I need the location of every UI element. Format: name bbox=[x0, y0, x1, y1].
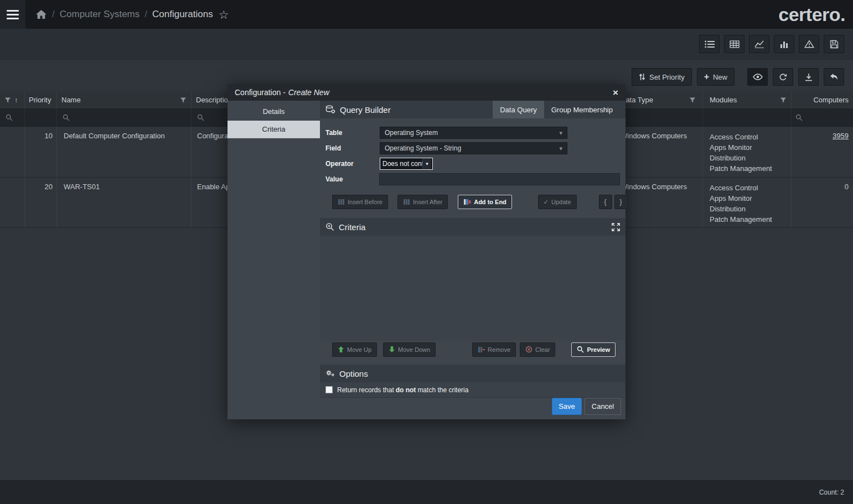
save-view-button[interactable] bbox=[824, 35, 844, 53]
close-brace-button[interactable]: } bbox=[614, 195, 628, 209]
save-icon bbox=[830, 40, 839, 49]
update-button[interactable]: ✓ Update bbox=[538, 195, 577, 209]
chevron-down-icon: ▾ bbox=[559, 145, 562, 152]
criteria-title: Criteria bbox=[339, 222, 365, 232]
warning-triangle-icon bbox=[804, 40, 814, 48]
tab-data-query[interactable]: Data Query bbox=[493, 101, 544, 118]
tab-group-membership[interactable]: Group Membership bbox=[544, 101, 620, 118]
open-brace-button[interactable]: { bbox=[599, 195, 612, 209]
filter-cell[interactable] bbox=[0, 109, 25, 126]
favorite-star-icon[interactable]: ☆ bbox=[219, 9, 229, 20]
cell-computers: 0 bbox=[792, 178, 853, 227]
gears-icon bbox=[325, 370, 335, 377]
filter-icon[interactable] bbox=[780, 97, 787, 103]
column-header-computers[interactable]: Computers bbox=[792, 91, 853, 108]
remove-button[interactable]: Remove bbox=[472, 342, 516, 357]
dialog-title-bar: Configuration -Create New × bbox=[228, 84, 625, 101]
sort-ascending-icon[interactable]: ↑ bbox=[14, 96, 18, 104]
filter-icon[interactable] bbox=[4, 97, 11, 103]
table-view-icon bbox=[730, 40, 740, 48]
table-view-button[interactable] bbox=[724, 35, 745, 53]
view-toolbar bbox=[0, 29, 853, 60]
cell-priority: 10 bbox=[25, 127, 57, 177]
field-dropdown[interactable]: Operating System - String ▾ bbox=[380, 142, 567, 154]
insert-before-button[interactable]: Insert Before bbox=[332, 195, 388, 209]
export-button[interactable] bbox=[798, 68, 819, 86]
column-header-priority[interactable]: Priority bbox=[25, 91, 57, 108]
query-builder-icon bbox=[325, 105, 335, 114]
operator-select[interactable]: Does not contain ▼ bbox=[380, 158, 433, 170]
select-arrow-icon: ▼ bbox=[422, 158, 431, 169]
column-header-data-type[interactable]: Data Type bbox=[621, 91, 703, 108]
new-button[interactable]: + New bbox=[697, 68, 735, 86]
preview-button[interactable]: Preview bbox=[571, 342, 616, 357]
line-chart-button[interactable] bbox=[749, 35, 769, 53]
filter-icon[interactable] bbox=[689, 97, 698, 103]
criteria-search-icon bbox=[325, 222, 334, 231]
computers-count-link[interactable]: 3959 bbox=[833, 132, 849, 140]
menu-button[interactable] bbox=[0, 0, 25, 29]
arrow-down-icon bbox=[389, 346, 395, 353]
search-icon bbox=[197, 114, 204, 121]
filter-cell[interactable] bbox=[703, 109, 792, 126]
alerts-button[interactable] bbox=[799, 35, 819, 53]
filter-cell[interactable] bbox=[621, 109, 703, 126]
undo-icon bbox=[830, 73, 839, 81]
breadcrumb-separator: / bbox=[52, 9, 55, 20]
search-icon bbox=[795, 114, 803, 121]
filter-cell-name[interactable] bbox=[57, 109, 192, 126]
toggle-visibility-button[interactable] bbox=[747, 68, 768, 86]
maximize-icon[interactable] bbox=[612, 223, 620, 231]
breadcrumb-configurations: Configurations bbox=[152, 9, 213, 20]
query-builder-panel: Query Builder Data Query Group Membershi… bbox=[320, 101, 625, 419]
move-down-button[interactable]: Move Down bbox=[383, 342, 436, 357]
action-toolbar: Set Priority + New bbox=[632, 68, 844, 86]
column-header-filter[interactable]: ↑ bbox=[0, 91, 25, 108]
value-input[interactable] bbox=[379, 173, 620, 185]
list-view-button[interactable] bbox=[699, 35, 720, 53]
undo-button[interactable] bbox=[824, 68, 844, 86]
set-priority-label: Set Priority bbox=[649, 73, 685, 81]
certero-logo: certero. bbox=[778, 4, 845, 25]
cancel-button[interactable]: Cancel bbox=[585, 398, 621, 415]
save-button[interactable]: Save bbox=[552, 398, 582, 415]
search-icon bbox=[577, 346, 584, 353]
clear-button[interactable]: Clear bbox=[520, 342, 555, 357]
eye-icon bbox=[753, 74, 763, 80]
close-icon[interactable]: × bbox=[613, 88, 618, 97]
tab-criteria[interactable]: Criteria bbox=[228, 121, 320, 138]
create-configuration-dialog: Configuration -Create New × Details Crit… bbox=[228, 84, 625, 419]
criteria-header: Criteria bbox=[320, 218, 625, 236]
remove-icon bbox=[478, 346, 485, 353]
move-up-button[interactable]: Move Up bbox=[332, 342, 377, 357]
line-chart-icon bbox=[754, 40, 764, 48]
insert-after-button[interactable]: Insert After bbox=[397, 195, 448, 209]
add-to-end-icon bbox=[463, 199, 471, 205]
query-builder-form: Table Operating System ▾ Field Operating… bbox=[320, 118, 625, 188]
refresh-button[interactable] bbox=[773, 68, 793, 86]
table-dropdown[interactable]: Operating System ▾ bbox=[380, 127, 567, 139]
bar-chart-button[interactable] bbox=[774, 35, 794, 53]
dialog-body: Details Criteria Query Builder Data Quer… bbox=[228, 101, 625, 419]
plus-icon: + bbox=[704, 72, 709, 81]
cell-modules: Access Control Apps Monitor Distribution… bbox=[703, 178, 792, 227]
return-records-checkbox[interactable] bbox=[325, 386, 333, 393]
breadcrumb-computer-systems[interactable]: Computer Systems bbox=[60, 9, 140, 20]
query-builder-title: Query Builder bbox=[340, 105, 391, 115]
home-icon[interactable] bbox=[35, 9, 47, 19]
dialog-side-tabs: Details Criteria bbox=[228, 101, 320, 419]
filter-cell-computers[interactable] bbox=[792, 109, 853, 126]
add-to-end-button[interactable]: Add to End bbox=[458, 195, 512, 209]
sort-updown-icon bbox=[639, 73, 645, 81]
tab-details[interactable]: Details bbox=[228, 103, 320, 121]
menu-icon bbox=[7, 10, 19, 12]
column-header-modules[interactable]: Modules bbox=[703, 91, 792, 108]
set-priority-button[interactable]: Set Priority bbox=[632, 68, 692, 86]
bar-chart-icon bbox=[779, 40, 789, 48]
filter-icon[interactable] bbox=[180, 97, 187, 103]
query-builder-header: Query Builder Data Query Group Membershi… bbox=[320, 101, 625, 118]
criteria-list-area[interactable] bbox=[320, 236, 625, 341]
column-header-name[interactable]: Name bbox=[57, 91, 192, 108]
dialog-title: Configuration -Create New bbox=[235, 88, 329, 97]
filter-cell[interactable] bbox=[25, 109, 57, 126]
